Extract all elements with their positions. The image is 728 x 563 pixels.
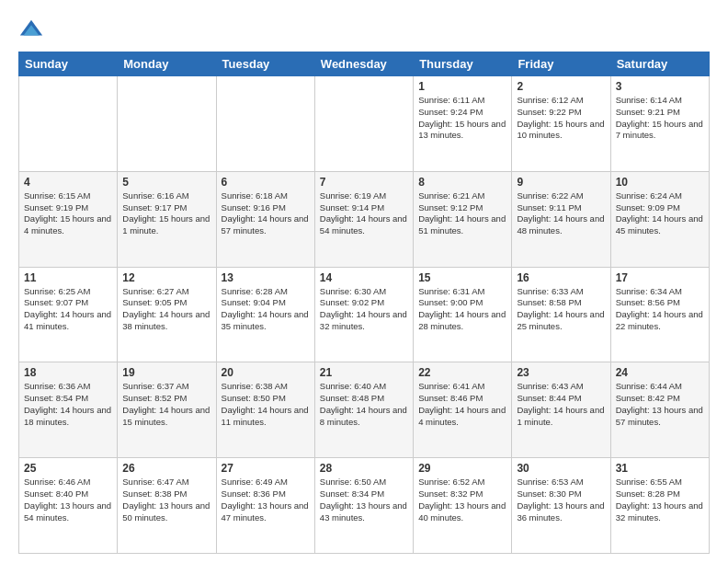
day-info: Sunrise: 6:33 AMSunset: 8:58 PMDaylight:… [517,286,605,333]
calendar-cell: 13Sunrise: 6:28 AMSunset: 9:04 PMDayligh… [216,267,314,362]
logo [18,17,48,42]
day-info: Sunrise: 6:12 AMSunset: 9:22 PMDaylight:… [517,95,605,142]
day-header-tuesday: Tuesday [216,52,314,76]
calendar-cell: 14Sunrise: 6:30 AMSunset: 9:02 PMDayligh… [314,267,413,362]
calendar-cell: 12Sunrise: 6:27 AMSunset: 9:05 PMDayligh… [118,267,216,362]
day-info: Sunrise: 6:40 AMSunset: 8:48 PMDaylight:… [320,381,408,428]
day-info: Sunrise: 6:38 AMSunset: 8:50 PMDaylight:… [222,381,310,428]
day-number: 17 [616,271,704,284]
day-header-saturday: Saturday [610,52,709,76]
calendar-cell: 30Sunrise: 6:53 AMSunset: 8:30 PMDayligh… [512,458,610,554]
day-info: Sunrise: 6:25 AMSunset: 9:07 PMDaylight:… [24,286,112,333]
day-number: 6 [222,176,310,189]
day-info: Sunrise: 6:50 AMSunset: 8:34 PMDaylight:… [320,477,408,523]
day-number: 13 [222,271,310,284]
day-number: 22 [418,366,506,379]
calendar-header-row: SundayMondayTuesdayWednesdayThursdayFrid… [19,52,710,76]
day-info: Sunrise: 6:18 AMSunset: 9:16 PMDaylight:… [222,190,310,237]
calendar-cell: 26Sunrise: 6:47 AMSunset: 8:38 PMDayligh… [118,458,216,554]
day-number: 16 [517,271,605,284]
calendar-cell: 6Sunrise: 6:18 AMSunset: 9:16 PMDaylight… [216,171,314,267]
day-info: Sunrise: 6:24 AMSunset: 9:09 PMDaylight:… [616,190,704,237]
day-info: Sunrise: 6:36 AMSunset: 8:54 PMDaylight:… [24,381,112,428]
day-number: 14 [320,271,408,284]
calendar-cell: 4Sunrise: 6:15 AMSunset: 9:19 PMDaylight… [19,171,118,267]
day-number: 20 [222,366,310,379]
day-header-thursday: Thursday [414,52,512,76]
week-row-4: 18Sunrise: 6:36 AMSunset: 8:54 PMDayligh… [19,362,710,458]
day-number: 9 [517,176,605,189]
day-info: Sunrise: 6:22 AMSunset: 9:11 PMDaylight:… [517,190,605,237]
day-number: 26 [122,462,210,475]
week-row-1: 1Sunrise: 6:11 AMSunset: 9:24 PMDaylight… [19,76,710,172]
week-row-5: 25Sunrise: 6:46 AMSunset: 8:40 PMDayligh… [19,458,710,554]
calendar-cell: 16Sunrise: 6:33 AMSunset: 8:58 PMDayligh… [512,267,610,362]
day-info: Sunrise: 6:47 AMSunset: 8:38 PMDaylight:… [122,477,210,523]
day-info: Sunrise: 6:44 AMSunset: 8:42 PMDaylight:… [616,381,704,428]
day-number: 3 [616,80,704,93]
calendar-cell: 15Sunrise: 6:31 AMSunset: 9:00 PMDayligh… [414,267,512,362]
calendar-cell: 8Sunrise: 6:21 AMSunset: 9:12 PMDaylight… [414,171,512,267]
day-number: 25 [24,462,112,475]
logo-icon [18,17,44,42]
calendar-cell: 9Sunrise: 6:22 AMSunset: 9:11 PMDaylight… [512,171,610,267]
calendar-cell [19,76,118,172]
day-number: 23 [517,366,605,379]
day-info: Sunrise: 6:15 AMSunset: 9:19 PMDaylight:… [24,190,112,237]
day-number: 15 [418,271,506,284]
calendar-cell: 19Sunrise: 6:37 AMSunset: 8:52 PMDayligh… [118,362,216,458]
day-info: Sunrise: 6:52 AMSunset: 8:32 PMDaylight:… [418,477,506,523]
day-number: 19 [122,366,210,379]
calendar-table: SundayMondayTuesdayWednesdayThursdayFrid… [18,52,710,554]
day-header-monday: Monday [118,52,216,76]
calendar-cell: 27Sunrise: 6:49 AMSunset: 8:36 PMDayligh… [216,458,314,554]
day-number: 1 [418,80,506,93]
day-info: Sunrise: 6:28 AMSunset: 9:04 PMDaylight:… [222,286,310,333]
calendar-cell: 22Sunrise: 6:41 AMSunset: 8:46 PMDayligh… [414,362,512,458]
calendar-cell: 31Sunrise: 6:55 AMSunset: 8:28 PMDayligh… [610,458,709,554]
day-number: 27 [222,462,310,475]
calendar-cell [118,76,216,172]
day-header-wednesday: Wednesday [314,52,413,76]
day-info: Sunrise: 6:21 AMSunset: 9:12 PMDaylight:… [418,190,506,237]
day-number: 7 [320,176,408,189]
day-number: 10 [616,176,704,189]
day-info: Sunrise: 6:53 AMSunset: 8:30 PMDaylight:… [517,477,605,523]
day-number: 29 [418,462,506,475]
day-info: Sunrise: 6:31 AMSunset: 9:00 PMDaylight:… [418,286,506,333]
day-number: 30 [517,462,605,475]
day-number: 24 [616,366,704,379]
calendar-cell: 7Sunrise: 6:19 AMSunset: 9:14 PMDaylight… [314,171,413,267]
day-info: Sunrise: 6:19 AMSunset: 9:14 PMDaylight:… [320,190,408,237]
calendar-cell [216,76,314,172]
day-info: Sunrise: 6:14 AMSunset: 9:21 PMDaylight:… [616,95,704,142]
calendar-cell: 5Sunrise: 6:16 AMSunset: 9:17 PMDaylight… [118,171,216,267]
day-info: Sunrise: 6:49 AMSunset: 8:36 PMDaylight:… [222,477,310,523]
day-info: Sunrise: 6:30 AMSunset: 9:02 PMDaylight:… [320,286,408,333]
calendar-cell: 28Sunrise: 6:50 AMSunset: 8:34 PMDayligh… [314,458,413,554]
calendar-cell: 21Sunrise: 6:40 AMSunset: 8:48 PMDayligh… [314,362,413,458]
day-number: 5 [122,176,210,189]
day-number: 4 [24,176,112,189]
day-number: 28 [320,462,408,475]
day-info: Sunrise: 6:34 AMSunset: 8:56 PMDaylight:… [616,286,704,333]
day-info: Sunrise: 6:55 AMSunset: 8:28 PMDaylight:… [616,477,704,523]
page: SundayMondayTuesdayWednesdayThursdayFrid… [0,0,728,563]
calendar-cell: 1Sunrise: 6:11 AMSunset: 9:24 PMDaylight… [414,76,512,172]
day-number: 21 [320,366,408,379]
calendar-cell: 23Sunrise: 6:43 AMSunset: 8:44 PMDayligh… [512,362,610,458]
day-info: Sunrise: 6:27 AMSunset: 9:05 PMDaylight:… [122,286,210,333]
week-row-2: 4Sunrise: 6:15 AMSunset: 9:19 PMDaylight… [19,171,710,267]
calendar-cell: 10Sunrise: 6:24 AMSunset: 9:09 PMDayligh… [610,171,709,267]
calendar-cell: 29Sunrise: 6:52 AMSunset: 8:32 PMDayligh… [414,458,512,554]
day-info: Sunrise: 6:43 AMSunset: 8:44 PMDaylight:… [517,381,605,428]
day-info: Sunrise: 6:16 AMSunset: 9:17 PMDaylight:… [122,190,210,237]
day-info: Sunrise: 6:37 AMSunset: 8:52 PMDaylight:… [122,381,210,428]
calendar-cell: 2Sunrise: 6:12 AMSunset: 9:22 PMDaylight… [512,76,610,172]
calendar-cell: 11Sunrise: 6:25 AMSunset: 9:07 PMDayligh… [19,267,118,362]
calendar-cell: 17Sunrise: 6:34 AMSunset: 8:56 PMDayligh… [610,267,709,362]
day-header-friday: Friday [512,52,610,76]
calendar-cell: 18Sunrise: 6:36 AMSunset: 8:54 PMDayligh… [19,362,118,458]
day-info: Sunrise: 6:11 AMSunset: 9:24 PMDaylight:… [418,95,506,142]
calendar-cell: 3Sunrise: 6:14 AMSunset: 9:21 PMDaylight… [610,76,709,172]
